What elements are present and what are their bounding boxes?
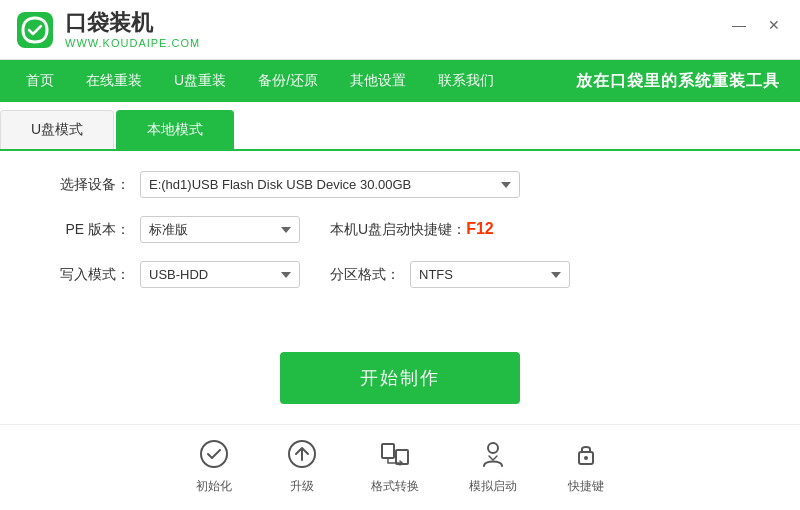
shortcut-icon xyxy=(567,435,605,473)
svg-rect-4 xyxy=(396,450,408,464)
sim-boot-icon xyxy=(474,435,512,473)
bottom-icons: 初始化 升级 格式转换 xyxy=(0,424,800,510)
start-btn-area: 开始制作 xyxy=(0,352,800,404)
title-bar: 口袋装机 WWW.KOUDAIPE.COM — ✕ xyxy=(0,0,800,60)
pe-label: PE 版本： xyxy=(60,221,130,239)
shortcut-label: 快捷键 xyxy=(568,478,604,495)
icon-format-convert[interactable]: 格式转换 xyxy=(371,435,419,495)
pe-row: PE 版本： 标准版 本机U盘启动快捷键：F12 xyxy=(60,216,740,243)
logo-area: 口袋装机 WWW.KOUDAIPE.COM xyxy=(15,10,200,50)
init-label: 初始化 xyxy=(196,478,232,495)
write-mode-select[interactable]: USB-HDD xyxy=(140,261,300,288)
content-area: U盘模式 本地模式 选择设备： E:(hd1)USB Flash Disk US… xyxy=(0,102,800,510)
nav-usb[interactable]: U盘重装 xyxy=(158,60,242,102)
icon-upgrade[interactable]: 升级 xyxy=(283,435,321,495)
app-logo-icon xyxy=(15,10,55,50)
svg-point-7 xyxy=(584,456,588,460)
format-convert-label: 格式转换 xyxy=(371,478,419,495)
nav-backup[interactable]: 备份/还原 xyxy=(242,60,334,102)
write-mode-label: 写入模式： xyxy=(60,266,130,284)
icon-init[interactable]: 初始化 xyxy=(195,435,233,495)
website-label: WWW.KOUDAIPE.COM xyxy=(65,37,200,49)
device-label: 选择设备： xyxy=(60,176,130,194)
nav-home[interactable]: 首页 xyxy=(10,60,70,102)
icon-sim-boot[interactable]: 模拟启动 xyxy=(469,435,517,495)
shortcut-info: 本机U盘启动快捷键：F12 xyxy=(330,220,494,239)
logo-text: 口袋装机 WWW.KOUDAIPE.COM xyxy=(65,10,200,48)
nav-online[interactable]: 在线重装 xyxy=(70,60,158,102)
init-icon xyxy=(195,435,233,473)
svg-point-5 xyxy=(488,443,498,453)
app-name: 口袋装机 xyxy=(65,10,200,36)
tab-usb-mode[interactable]: U盘模式 xyxy=(0,110,114,149)
close-button[interactable]: ✕ xyxy=(763,15,785,35)
start-button[interactable]: 开始制作 xyxy=(280,352,520,404)
device-select[interactable]: E:(hd1)USB Flash Disk USB Device 30.00GB xyxy=(140,171,520,198)
svg-rect-3 xyxy=(382,444,394,458)
icon-shortcut[interactable]: 快捷键 xyxy=(567,435,605,495)
shortcut-key: F12 xyxy=(466,220,494,237)
device-row: 选择设备： E:(hd1)USB Flash Disk USB Device 3… xyxy=(60,171,740,198)
upgrade-icon xyxy=(283,435,321,473)
sim-boot-label: 模拟启动 xyxy=(469,478,517,495)
nav-bar: 首页 在线重装 U盘重装 备份/还原 其他设置 联系我们 放在口袋里的系统重装工… xyxy=(0,60,800,102)
shortcut-info-text: 本机U盘启动快捷键： xyxy=(330,221,466,237)
minimize-button[interactable]: — xyxy=(727,15,751,35)
upgrade-label: 升级 xyxy=(290,478,314,495)
nav-contact[interactable]: 联系我们 xyxy=(422,60,510,102)
pe-select[interactable]: 标准版 xyxy=(140,216,300,243)
svg-point-1 xyxy=(201,441,227,467)
partition-label: 分区格式： xyxy=(330,266,400,284)
slogan: 放在口袋里的系统重装工具 xyxy=(576,71,800,92)
form-area: 选择设备： E:(hd1)USB Flash Disk USB Device 3… xyxy=(0,151,800,342)
partition-select[interactable]: NTFS xyxy=(410,261,570,288)
nav-settings[interactable]: 其他设置 xyxy=(334,60,422,102)
write-mode-row: 写入模式： USB-HDD 分区格式： NTFS xyxy=(60,261,740,288)
tab-local-mode[interactable]: 本地模式 xyxy=(116,110,234,149)
window-controls: — ✕ xyxy=(727,15,785,35)
format-convert-icon xyxy=(376,435,414,473)
tab-bar: U盘模式 本地模式 xyxy=(0,102,800,151)
